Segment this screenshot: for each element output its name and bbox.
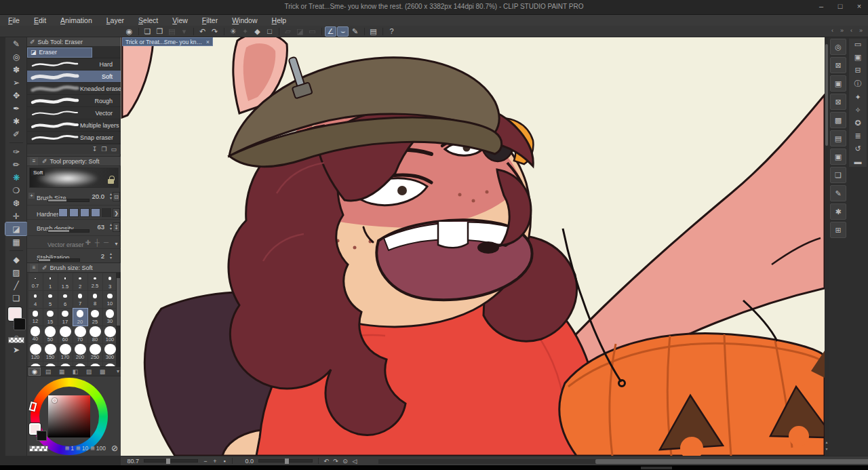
canvas-horizontal-scrollbar[interactable] [378,459,868,464]
fountain-pen-tool-icon[interactable]: ✑ [5,145,27,158]
vector-eraser-options[interactable]: ✚┼─ [85,239,108,246]
hardness-expand-button[interactable]: ❯ [113,208,120,218]
help-icon[interactable]: ? [386,26,397,37]
maximize-button[interactable]: □ [835,2,845,10]
material-pose-icon[interactable]: ▣ [830,149,846,165]
saturation-value-square[interactable] [48,395,90,437]
brush-size-cell[interactable]: 1.5 [58,273,73,290]
brush-size-cell[interactable]: 40 [28,326,43,343]
material-settings-icon[interactable]: ✱ [830,203,846,220]
brush-size-cell[interactable]: 200 [73,344,87,361]
menu-item[interactable]: Edit [34,16,46,24]
snap-to-grid-icon[interactable]: ✎ [349,26,361,37]
brush-size-cell[interactable]: 6 [58,291,73,308]
quick-access-icon[interactable]: ◎ [830,39,846,55]
separator[interactable] [319,26,324,37]
material-monochrome-icon[interactable]: ▣ [830,75,846,92]
subtool-item[interactable]: Hard [27,58,121,71]
airbrush-tool-icon[interactable]: ❆ [5,197,27,210]
move-tool-icon[interactable]: ✥ [5,89,27,102]
brush-size-cell[interactable]: 1 [43,273,58,290]
layer-search-icon[interactable]: ✦ [854,93,861,102]
menu-item[interactable]: Select [138,16,158,24]
separator[interactable] [5,248,27,253]
item-bank-icon[interactable]: ⊟ [854,66,861,75]
brush-size-scrollbar[interactable] [116,273,121,367]
brush-size-cell[interactable]: 150 [43,344,58,361]
brush-size-cell[interactable]: 100 [103,326,117,343]
eyedropper-tool-icon[interactable]: ✐ [5,128,27,140]
no-color-icon[interactable]: ⊘ [111,444,118,453]
color-tabs-chevron-icon[interactable]: ▾ [117,368,119,374]
rotation-value[interactable]: 0.0 [235,458,256,465]
delete-subtool-icon[interactable]: ▭ [111,146,117,153]
brush-density-slider[interactable] [47,229,90,233]
approximate-color-tab-icon[interactable]: ▨ [83,368,95,376]
figure-mesh-tool-icon[interactable]: ▦ [5,235,27,248]
color-slider-tab-icon[interactable]: ▤ [42,368,54,376]
flip-horizontal-icon[interactable]: ◁ [350,458,359,465]
pen-tool-icon[interactable]: ✎ [5,37,27,50]
brush-size-cell[interactable]: 170 [58,344,73,361]
separator[interactable] [136,26,141,37]
duplicate-subtool-icon[interactable]: ❐ [101,146,106,153]
sub-view-icon[interactable]: ▣ [854,53,861,62]
blend-tool-icon[interactable]: ❍ [5,184,27,197]
clip-studio-logo-icon[interactable]: ◉ [123,26,135,37]
brush-density-dynamics-button[interactable]: ↧ [113,222,120,232]
brush-size-cell[interactable]: 17 [58,309,73,326]
brush-size-cell[interactable]: 300 [103,344,117,361]
transparent-color-swatch[interactable] [8,337,24,343]
brush-density-value[interactable]: 63 [97,223,104,231]
vector-eraser-chevron-icon[interactable]: ▾ [113,239,120,248]
separator[interactable] [191,26,196,37]
brush-size-cell[interactable]: 12 [28,309,43,326]
brush-size-cell[interactable]: 30 [103,309,117,326]
crop-icon[interactable]: ▭ [307,26,318,37]
edit-history-icon[interactable]: ↺ [854,144,861,153]
material-3d-icon[interactable]: ▤ [830,130,846,146]
color-mixing-tab-icon[interactable]: ◧ [69,368,81,376]
zoom-value[interactable]: 80.7 [121,458,141,465]
intermediate-color-tab-icon[interactable]: ▩ [96,368,108,376]
print-dropdown-icon[interactable]: ▾ [178,26,190,37]
workspace-panel-icon[interactable]: ▤ [368,26,379,37]
brush-size-cell[interactable]: 80 [88,326,102,343]
brush-size-cell[interactable]: 0.7 [28,273,43,290]
fill-icon[interactable]: ◆ [252,26,263,37]
rotate-left-icon[interactable]: ↶ [321,458,331,465]
rotation-slider[interactable] [258,459,313,463]
transform-icon[interactable]: ◪ [294,26,306,37]
brush-size-cell[interactable]: 2 [73,273,87,290]
panel-menu-icon[interactable]: ≡ [30,264,38,272]
brush-size-cell[interactable]: 15 [43,309,58,326]
undo-icon[interactable]: ↶ [197,26,208,37]
separator[interactable] [361,26,367,37]
zoom-slider[interactable] [144,459,198,463]
information-icon[interactable]: ⓘ [854,79,862,89]
brush-size-cell[interactable]: 10 [103,291,117,308]
gradient-tool-icon[interactable]: ▨ [5,266,27,279]
subtool-group-tab-eraser[interactable]: ◪ Eraser [27,47,92,58]
pencil-tool-icon[interactable]: ✏ [5,158,27,171]
separator[interactable] [221,26,226,37]
navigator-icon[interactable]: ▭ [854,40,861,49]
brush-size-slider[interactable] [47,199,90,202]
register-subtool-icon[interactable]: ↧ [92,146,98,153]
operation-tool-icon[interactable]: ➢ [5,76,27,89]
transparent-color-swatch[interactable] [29,446,48,452]
layer-icon[interactable]: ≣ [854,132,861,140]
material-color-pattern-icon[interactable]: ⊠ [830,57,846,73]
pose-icon[interactable]: ✦ [239,26,251,37]
subtool-item[interactable]: Snap eraser [27,132,121,144]
separator[interactable] [380,26,385,37]
hand-tool-icon[interactable]: ✽ [5,63,27,76]
stabilization-value[interactable]: 2 [101,252,104,260]
brush-size-cell[interactable]: 5 [43,291,58,308]
brush-size-cell[interactable]: 250 [88,344,102,361]
processing-icon[interactable]: ✳ [227,26,239,37]
menu-item[interactable]: Filter [202,16,218,24]
reset-rotation-icon[interactable]: ⊙ [340,458,350,465]
menu-item[interactable]: View [172,16,188,24]
subtool-item[interactable]: Vector [27,107,121,119]
